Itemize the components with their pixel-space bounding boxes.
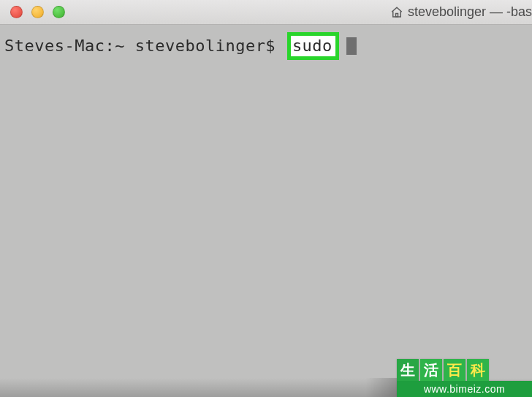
watermark: 生 活 百 科 www.bimeiz.com [397,359,532,397]
watermark-char-3: 百 [444,359,466,381]
window-title: stevebolinger — -bas [390,0,532,24]
terminal-viewport[interactable]: Steves-Mac:~ stevebolinger$ sudo [0,25,532,397]
typed-command: sudo [292,36,332,56]
window-titlebar: stevebolinger — -bas [0,0,532,25]
shell-prompt: Steves-Mac:~ stevebolinger$ [4,36,286,56]
watermark-title-row: 生 活 百 科 [397,359,532,381]
terminal-window: stevebolinger — -bas Steves-Mac:~ steveb… [0,0,532,397]
prompt-line: Steves-Mac:~ stevebolinger$ sudo [4,32,528,60]
maximize-button[interactable] [53,6,65,18]
window-controls [0,6,65,18]
watermark-char-1: 生 [397,359,419,381]
watermark-url: www.bimeiz.com [397,381,532,397]
watermark-char-4: 科 [467,359,489,381]
text-cursor [346,37,357,55]
command-highlight: sudo [287,32,339,60]
minimize-button[interactable] [31,6,44,18]
watermark-char-2: 活 [420,359,442,381]
window-title-text: stevebolinger — -bas [408,4,532,20]
home-icon [390,6,403,19]
close-button[interactable] [10,6,23,18]
svg-rect-0 [395,13,398,17]
